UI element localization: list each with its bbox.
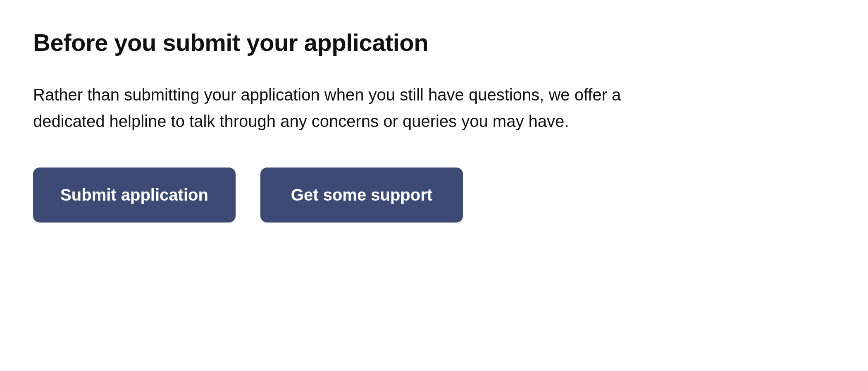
page-heading: Before you submit your application xyxy=(33,29,835,57)
submit-application-button[interactable]: Submit application xyxy=(33,168,236,223)
page-description: Rather than submitting your application … xyxy=(33,81,645,134)
get-support-button[interactable]: Get some support xyxy=(260,168,463,223)
button-row: Submit application Get some support xyxy=(33,168,835,223)
